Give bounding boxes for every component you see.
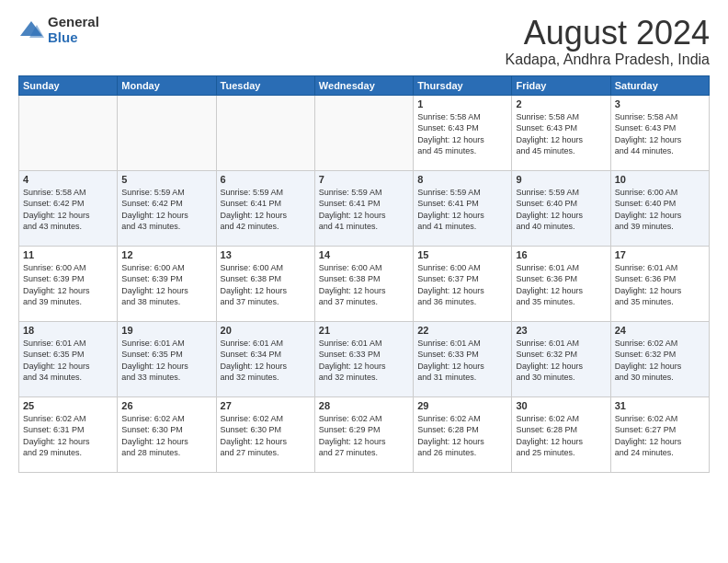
page: General Blue August 2024 Kadapa, Andhra … bbox=[0, 0, 728, 563]
day-number: 15 bbox=[417, 249, 507, 260]
header-friday: Friday bbox=[512, 75, 610, 95]
table-row: 30Sunrise: 6:02 AM Sunset: 6:28 PM Dayli… bbox=[512, 396, 610, 472]
table-row: 8Sunrise: 5:59 AM Sunset: 6:41 PM Daylig… bbox=[414, 170, 512, 246]
day-number: 30 bbox=[516, 400, 606, 411]
calendar-week-row: 18Sunrise: 6:01 AM Sunset: 6:35 PM Dayli… bbox=[19, 321, 710, 396]
logo-icon bbox=[18, 17, 44, 43]
day-number: 16 bbox=[516, 249, 606, 260]
table-row: 18Sunrise: 6:01 AM Sunset: 6:35 PM Dayli… bbox=[19, 321, 118, 396]
day-info: Sunrise: 5:58 AM Sunset: 6:43 PM Dayligh… bbox=[615, 111, 705, 157]
day-info: Sunrise: 6:01 AM Sunset: 6:36 PM Dayligh… bbox=[615, 262, 705, 308]
logo: General Blue bbox=[18, 15, 99, 45]
table-row: 29Sunrise: 6:02 AM Sunset: 6:28 PM Dayli… bbox=[414, 396, 512, 472]
day-info: Sunrise: 5:58 AM Sunset: 6:42 PM Dayligh… bbox=[23, 187, 113, 233]
table-row: 9Sunrise: 5:59 AM Sunset: 6:40 PM Daylig… bbox=[512, 170, 610, 246]
table-row bbox=[216, 95, 314, 170]
day-number: 19 bbox=[121, 325, 211, 336]
table-row: 23Sunrise: 6:01 AM Sunset: 6:32 PM Dayli… bbox=[512, 321, 610, 396]
table-row bbox=[314, 95, 413, 170]
day-number: 17 bbox=[615, 249, 705, 260]
day-info: Sunrise: 6:02 AM Sunset: 6:30 PM Dayligh… bbox=[121, 413, 211, 459]
table-row: 19Sunrise: 6:01 AM Sunset: 6:35 PM Dayli… bbox=[118, 321, 216, 396]
day-info: Sunrise: 5:59 AM Sunset: 6:41 PM Dayligh… bbox=[221, 187, 311, 233]
day-info: Sunrise: 5:59 AM Sunset: 6:41 PM Dayligh… bbox=[417, 187, 507, 233]
day-info: Sunrise: 6:01 AM Sunset: 6:33 PM Dayligh… bbox=[417, 338, 507, 384]
table-row: 22Sunrise: 6:01 AM Sunset: 6:33 PM Dayli… bbox=[414, 321, 512, 396]
day-number: 24 bbox=[615, 325, 705, 336]
day-number: 5 bbox=[121, 174, 211, 185]
day-number: 27 bbox=[221, 400, 311, 411]
day-number: 4 bbox=[23, 174, 113, 185]
header: General Blue August 2024 Kadapa, Andhra … bbox=[18, 15, 710, 68]
calendar-table: Sunday Monday Tuesday Wednesday Thursday… bbox=[18, 75, 710, 473]
day-info: Sunrise: 6:02 AM Sunset: 6:27 PM Dayligh… bbox=[615, 413, 705, 459]
day-number: 6 bbox=[221, 174, 311, 185]
header-wednesday: Wednesday bbox=[314, 75, 413, 95]
day-number: 8 bbox=[417, 174, 507, 185]
logo-text: General Blue bbox=[48, 15, 99, 45]
day-info: Sunrise: 5:59 AM Sunset: 6:40 PM Dayligh… bbox=[516, 187, 606, 233]
logo-blue: Blue bbox=[48, 30, 99, 46]
day-info: Sunrise: 6:00 AM Sunset: 6:39 PM Dayligh… bbox=[23, 262, 113, 308]
table-row: 5Sunrise: 5:59 AM Sunset: 6:42 PM Daylig… bbox=[118, 170, 216, 246]
calendar-header-row: Sunday Monday Tuesday Wednesday Thursday… bbox=[19, 75, 710, 95]
table-row: 26Sunrise: 6:02 AM Sunset: 6:30 PM Dayli… bbox=[118, 396, 216, 472]
table-row: 15Sunrise: 6:00 AM Sunset: 6:37 PM Dayli… bbox=[414, 246, 512, 321]
table-row: 3Sunrise: 5:58 AM Sunset: 6:43 PM Daylig… bbox=[610, 95, 709, 170]
day-info: Sunrise: 6:02 AM Sunset: 6:30 PM Dayligh… bbox=[221, 413, 311, 459]
calendar-subtitle: Kadapa, Andhra Pradesh, India bbox=[506, 52, 710, 68]
table-row: 10Sunrise: 6:00 AM Sunset: 6:40 PM Dayli… bbox=[610, 170, 709, 246]
title-block: August 2024 Kadapa, Andhra Pradesh, Indi… bbox=[506, 15, 710, 68]
table-row: 27Sunrise: 6:02 AM Sunset: 6:30 PM Dayli… bbox=[216, 396, 314, 472]
calendar-week-row: 25Sunrise: 6:02 AM Sunset: 6:31 PM Dayli… bbox=[19, 396, 710, 472]
day-number: 23 bbox=[516, 325, 606, 336]
day-info: Sunrise: 6:02 AM Sunset: 6:29 PM Dayligh… bbox=[319, 413, 409, 459]
calendar-week-row: 4Sunrise: 5:58 AM Sunset: 6:42 PM Daylig… bbox=[19, 170, 710, 246]
calendar-title: August 2024 bbox=[506, 15, 710, 52]
day-number: 22 bbox=[417, 325, 507, 336]
day-info: Sunrise: 5:59 AM Sunset: 6:42 PM Dayligh… bbox=[121, 187, 211, 233]
day-info: Sunrise: 6:02 AM Sunset: 6:32 PM Dayligh… bbox=[615, 338, 705, 384]
calendar-week-row: 11Sunrise: 6:00 AM Sunset: 6:39 PM Dayli… bbox=[19, 246, 710, 321]
table-row: 31Sunrise: 6:02 AM Sunset: 6:27 PM Dayli… bbox=[610, 396, 709, 472]
day-info: Sunrise: 6:01 AM Sunset: 6:36 PM Dayligh… bbox=[516, 262, 606, 308]
table-row: 6Sunrise: 5:59 AM Sunset: 6:41 PM Daylig… bbox=[216, 170, 314, 246]
day-info: Sunrise: 5:59 AM Sunset: 6:41 PM Dayligh… bbox=[319, 187, 409, 233]
day-info: Sunrise: 6:00 AM Sunset: 6:38 PM Dayligh… bbox=[221, 262, 311, 308]
table-row: 20Sunrise: 6:01 AM Sunset: 6:34 PM Dayli… bbox=[216, 321, 314, 396]
table-row: 12Sunrise: 6:00 AM Sunset: 6:39 PM Dayli… bbox=[118, 246, 216, 321]
day-number: 2 bbox=[516, 98, 606, 109]
day-number: 12 bbox=[121, 249, 211, 260]
day-info: Sunrise: 6:01 AM Sunset: 6:35 PM Dayligh… bbox=[23, 338, 113, 384]
day-info: Sunrise: 6:00 AM Sunset: 6:40 PM Dayligh… bbox=[615, 187, 705, 233]
day-number: 3 bbox=[615, 98, 705, 109]
day-number: 9 bbox=[516, 174, 606, 185]
day-info: Sunrise: 6:01 AM Sunset: 6:33 PM Dayligh… bbox=[319, 338, 409, 384]
table-row: 14Sunrise: 6:00 AM Sunset: 6:38 PM Dayli… bbox=[314, 246, 413, 321]
day-info: Sunrise: 5:58 AM Sunset: 6:43 PM Dayligh… bbox=[417, 111, 507, 157]
header-thursday: Thursday bbox=[414, 75, 512, 95]
header-sunday: Sunday bbox=[19, 75, 118, 95]
table-row: 2Sunrise: 5:58 AM Sunset: 6:43 PM Daylig… bbox=[512, 95, 610, 170]
day-number: 20 bbox=[221, 325, 311, 336]
day-info: Sunrise: 6:00 AM Sunset: 6:38 PM Dayligh… bbox=[319, 262, 409, 308]
day-info: Sunrise: 6:02 AM Sunset: 6:28 PM Dayligh… bbox=[417, 413, 507, 459]
day-info: Sunrise: 6:02 AM Sunset: 6:31 PM Dayligh… bbox=[23, 413, 113, 459]
day-number: 7 bbox=[319, 174, 409, 185]
table-row: 7Sunrise: 5:59 AM Sunset: 6:41 PM Daylig… bbox=[314, 170, 413, 246]
table-row: 11Sunrise: 6:00 AM Sunset: 6:39 PM Dayli… bbox=[19, 246, 118, 321]
header-saturday: Saturday bbox=[610, 75, 709, 95]
table-row: 25Sunrise: 6:02 AM Sunset: 6:31 PM Dayli… bbox=[19, 396, 118, 472]
table-row bbox=[118, 95, 216, 170]
table-row bbox=[19, 95, 118, 170]
table-row: 24Sunrise: 6:02 AM Sunset: 6:32 PM Dayli… bbox=[610, 321, 709, 396]
day-number: 28 bbox=[319, 400, 409, 411]
day-info: Sunrise: 6:01 AM Sunset: 6:34 PM Dayligh… bbox=[221, 338, 311, 384]
table-row: 17Sunrise: 6:01 AM Sunset: 6:36 PM Dayli… bbox=[610, 246, 709, 321]
day-number: 10 bbox=[615, 174, 705, 185]
day-info: Sunrise: 6:02 AM Sunset: 6:28 PM Dayligh… bbox=[516, 413, 606, 459]
table-row: 13Sunrise: 6:00 AM Sunset: 6:38 PM Dayli… bbox=[216, 246, 314, 321]
day-number: 31 bbox=[615, 400, 705, 411]
day-info: Sunrise: 6:00 AM Sunset: 6:37 PM Dayligh… bbox=[417, 262, 507, 308]
day-number: 14 bbox=[319, 249, 409, 260]
